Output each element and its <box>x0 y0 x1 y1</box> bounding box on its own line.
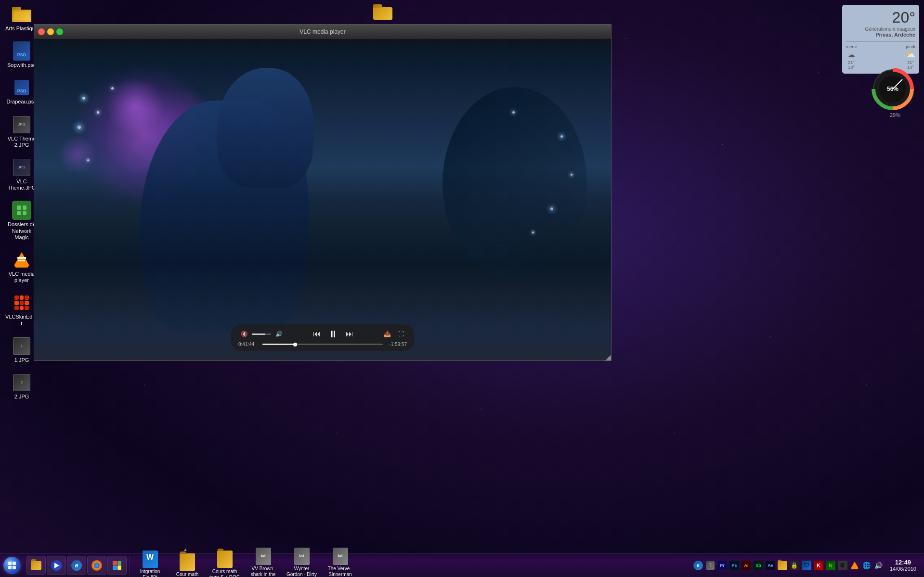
particle <box>78 126 81 129</box>
volume-fill <box>252 333 265 335</box>
tray-soundbooth-icon[interactable]: Sb <box>754 561 763 570</box>
win-square-4 <box>13 566 16 569</box>
taskbar-file-label: Wynter Gordon - Dirty Talk.txt <box>286 566 317 577</box>
taskbar-firefox[interactable] <box>87 556 106 575</box>
weather-day-name: merci <box>846 44 857 49</box>
tray-security-icon[interactable]: 🔒 <box>790 561 799 570</box>
clock-area[interactable]: 12:49 14/06/2010 <box>886 559 920 572</box>
taskbar-file-cours-math-term[interactable]: Cours math term S + ROC <box>209 551 240 577</box>
tray-kaspersky-icon[interactable]: K <box>814 561 823 570</box>
ie-icon: e <box>71 560 82 571</box>
mute-icon: 🔇 <box>241 331 248 337</box>
tray-premiere-icon[interactable]: Pr <box>717 561 727 570</box>
vlc-share-button[interactable]: 📤 <box>381 328 393 340</box>
start-button[interactable] <box>0 553 24 577</box>
win-square-3 <box>8 566 12 569</box>
tray-vlc-icon[interactable] <box>850 561 859 570</box>
taskbar-windows-flag[interactable] <box>107 556 127 575</box>
tray-unknown-icon[interactable]: ? <box>705 561 715 570</box>
tray-nvidia-icon[interactable]: N <box>826 561 835 570</box>
gauge-percent: 56% <box>887 86 898 92</box>
word-file-icon <box>143 551 158 568</box>
windows-logo <box>8 562 16 569</box>
particle <box>550 207 553 210</box>
network-icon: 🌐 <box>862 562 871 569</box>
vlc-controls: 🔇 🔊 ⏮ <box>231 324 414 351</box>
tray-ae-icon[interactable]: Ae <box>766 561 775 570</box>
taskbar: e <box>0 553 924 577</box>
vlc-volume-area: 🔇 🔊 <box>238 328 285 340</box>
taskbar-media[interactable] <box>47 556 66 575</box>
explorer-icon <box>31 560 41 571</box>
vlc-resize-handle[interactable] <box>605 355 611 360</box>
particle <box>571 174 573 176</box>
weather-icon: ☁ <box>847 50 855 59</box>
desktop-icon-label: 1.JPG <box>14 357 29 363</box>
weather-location: Privas, Ardèche <box>846 32 915 38</box>
weather-widget: 20° Généralement nuageux Privas, Ardèche… <box>842 5 919 74</box>
clock-date: 14/06/2010 <box>890 566 916 572</box>
taskbar-file-label: .VV Brown - shark in the water.txt <box>247 566 279 577</box>
vlc-time-remaining: -1:59:57 <box>385 342 407 347</box>
particle <box>532 231 534 233</box>
desktop-icon-2jpg[interactable]: 2 2.JPG <box>5 373 39 400</box>
tray-folder-icon[interactable] <box>778 561 787 570</box>
particle <box>87 159 89 161</box>
tray-ie-icon[interactable]: e <box>693 561 703 570</box>
gauge-widget: 56% 29% <box>871 67 919 115</box>
vlc-pause-button[interactable]: ⏸ <box>327 328 339 340</box>
quick-launch: e <box>24 556 130 575</box>
taskbar-file-wynter[interactable]: txt Wynter Gordon - Dirty Talk.txt <box>286 548 317 577</box>
tray-photoshop-icon[interactable]: Ps <box>729 561 739 570</box>
scroll-up-arrow[interactable]: ▲ <box>183 547 188 552</box>
tray-shield-icon[interactable]: 🛡 <box>802 561 811 570</box>
weather-high: 21° <box>907 60 914 65</box>
taskbar-file-label: Cour math <box>176 572 199 577</box>
vlc-maximize-button[interactable] <box>56 28 63 35</box>
vlc-volume-icon: 🔊 <box>273 328 285 340</box>
taskbar-file-cour-math[interactable]: Cour math <box>173 553 202 577</box>
tray-volume-icon[interactable]: 🔊 <box>874 561 884 570</box>
taskbar-file-the-verve[interactable]: txt The Verve - Sinnerman (ni... <box>325 548 356 577</box>
tray-illustrator-icon[interactable]: Ai <box>742 561 751 570</box>
txt-file-icon-2: txt <box>294 548 310 565</box>
desktop: Arts Plastique PSD Sopwith.psd PSD Drape… <box>0 0 924 577</box>
vlc-forward-button[interactable]: ⏭ <box>344 328 355 340</box>
vlc-minimize-button[interactable] <box>47 28 54 35</box>
desktop-icon-label: 2.JPG <box>14 394 29 400</box>
vlc-transport: ⏮ ⏸ ⏭ <box>311 328 355 340</box>
particle <box>111 87 114 90</box>
win-square-2 <box>13 562 16 565</box>
taskbar-explorer[interactable] <box>26 556 46 575</box>
taskbar-file-integration[interactable]: Intgration Flo.89t <box>134 551 166 577</box>
vlc-rewind-button[interactable]: ⏮ <box>311 328 323 340</box>
weather-day-1: merci ☁ 21° 13° <box>846 44 857 70</box>
taskbar-ie[interactable]: e <box>67 556 86 575</box>
vlc-mute-button[interactable]: 🔇 <box>238 328 250 340</box>
taskbar-file-label: Cours math term S + ROC <box>209 569 240 577</box>
volume-slider[interactable] <box>252 333 271 335</box>
weather-day-name: jeudi <box>906 44 915 49</box>
tray-network-icon[interactable]: 🌐 <box>862 561 872 570</box>
gauge-value: 56% <box>887 86 898 92</box>
vlc-progress-bar[interactable] <box>262 344 383 345</box>
tray-settings-icon[interactable]: ⚙ <box>838 561 847 570</box>
vlc-window[interactable]: VLC media player <box>34 24 612 361</box>
vlc-fullscreen-button[interactable]: ⛶ <box>395 328 407 340</box>
system-tray: e ? Pr Ps Ai Sb Ae <box>693 559 924 572</box>
windows-flag-icon <box>112 560 122 571</box>
forward-icon: ⏭ <box>346 330 353 338</box>
weather-description: Généralement nuageux <box>846 26 915 32</box>
clock-time: 12:49 <box>895 559 911 566</box>
taskbar-file-vv-brown[interactable]: txt .VV Brown - shark in the water.txt <box>247 548 279 577</box>
arrow-icon: ▲ <box>183 547 188 552</box>
firefox-icon <box>91 560 102 571</box>
taskbar-file-label: Intgration Flo.89t <box>134 569 166 577</box>
weather-high: 21° <box>848 60 855 65</box>
weather-day-2: jeudi ⛅ 21° 14° <box>906 44 915 70</box>
weather-temperature: 20° <box>846 9 915 26</box>
vlc-close-button[interactable] <box>38 28 45 35</box>
taskbar-files-area: Intgration Flo.89t Cour math Cours math … <box>130 548 693 577</box>
particle <box>82 97 85 100</box>
fullscreen-icon: ⛶ <box>398 331 404 337</box>
